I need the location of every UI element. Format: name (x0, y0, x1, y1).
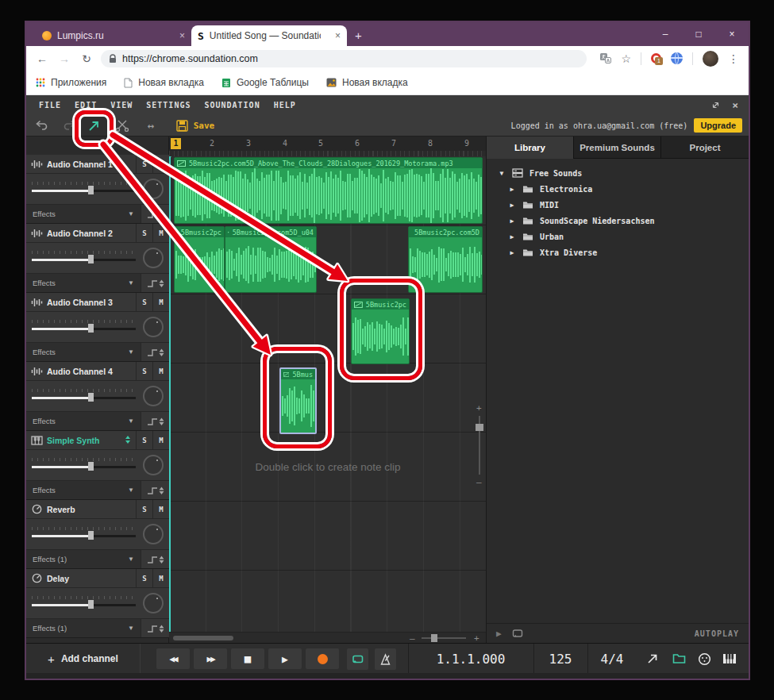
audio-clip[interactable]: 5Bmusic2pc.com5D (408, 226, 483, 293)
menu-view[interactable]: VIEW (110, 101, 133, 110)
effects-dropdown[interactable]: Effects▼ (26, 343, 141, 361)
zoom-out-icon[interactable]: – (476, 477, 482, 487)
effects-dropdown[interactable]: Effects▼ (26, 481, 141, 499)
mute-button[interactable]: M (152, 431, 169, 450)
address-input[interactable]: https://chrome.soundation.com (101, 50, 587, 67)
pan-knob[interactable] (143, 386, 164, 406)
menu-help[interactable]: HELP (274, 101, 296, 110)
window-minimize-button[interactable]: – (649, 22, 682, 46)
volume-slider[interactable] (32, 527, 136, 541)
volume-slider[interactable] (32, 389, 136, 403)
redo-button[interactable] (61, 115, 79, 136)
audio-clip[interactable]: 5Bmusic2pc.com5D_Above_The_Clouds_28Dial… (174, 157, 483, 224)
mute-button[interactable]: M (152, 224, 169, 243)
solo-button[interactable]: S (136, 500, 152, 519)
extension-icon[interactable]: 1 (651, 53, 661, 63)
track-row-6[interactable] (169, 502, 487, 571)
loop-button[interactable] (347, 648, 368, 670)
tree-collapsed-icon[interactable]: ▶ (508, 202, 516, 209)
app-close-icon[interactable]: × (732, 99, 739, 111)
tab-lumpics[interactable]: Lumpics.ru × (36, 25, 191, 46)
horizontal-scrollbar[interactable] (173, 636, 233, 640)
audio-clip-highlighted[interactable]: 5Bmusic2pc (351, 298, 410, 364)
tree-collapsed-icon[interactable]: ▶ (508, 186, 516, 193)
time-signature-display[interactable]: 4/4 (587, 644, 637, 674)
solo-button[interactable]: S (136, 431, 152, 450)
back-button[interactable]: ← (31, 52, 53, 65)
hzoom-in-icon[interactable]: + (474, 633, 479, 643)
upgrade-button[interactable]: Upgrade (694, 118, 742, 133)
track-row-4[interactable] (169, 363, 487, 433)
tree-item-urban[interactable]: ▶ Urban (487, 229, 749, 244)
vertical-zoom-control[interactable]: + – (475, 403, 484, 487)
track-lanes[interactable]: 5Bmusic2pc.com5D_Above_The_Clouds_28Dial… (169, 156, 487, 643)
bookmark-star-icon[interactable]: ☆ (621, 52, 631, 65)
mute-button[interactable]: M (152, 500, 169, 519)
add-channel-button[interactable]: + Add channel (26, 644, 141, 674)
automation-button[interactable] (141, 343, 169, 361)
volume-slider[interactable] (32, 596, 136, 610)
pan-knob[interactable] (143, 179, 164, 199)
automation-button[interactable] (141, 412, 169, 430)
globe-extension-icon[interactable] (671, 52, 683, 64)
tree-expanded-icon[interactable]: ▼ (498, 170, 506, 177)
window-maximize-button[interactable]: □ (682, 22, 715, 46)
tab-close-icon[interactable]: × (179, 30, 185, 41)
audio-clip[interactable]: 5Bmusic2pc.com5D_u04 (225, 226, 317, 293)
mute-button[interactable]: M (152, 155, 169, 174)
volume-slider[interactable] (32, 458, 136, 472)
translate-icon[interactable] (599, 52, 611, 64)
automation-button[interactable] (141, 550, 169, 568)
timeline-ruler[interactable]: 1 2 3 4 5 6 7 8 9 (169, 137, 487, 151)
tab-close-icon[interactable]: × (335, 30, 341, 41)
pan-knob[interactable] (143, 593, 164, 613)
hzoom-handle[interactable] (431, 634, 437, 642)
mute-button[interactable]: M (152, 569, 169, 588)
reload-button[interactable]: ↻ (75, 52, 98, 65)
mute-button[interactable]: M (152, 362, 169, 381)
effects-dropdown[interactable]: Effects▼ (26, 274, 141, 292)
volume-slider[interactable] (32, 182, 136, 196)
cut-tool-button[interactable] (112, 115, 133, 136)
virtual-keyboard-button[interactable] (721, 650, 738, 667)
tree-collapsed-icon[interactable]: ▶ (508, 217, 516, 225)
instrument-select-icon[interactable] (125, 433, 131, 448)
hzoom-out-icon[interactable]: – (410, 633, 415, 643)
effects-dropdown[interactable]: Effects▼ (26, 412, 141, 430)
position-display[interactable]: 1.1.1.000 (408, 644, 533, 674)
menu-settings[interactable]: SETTINGS (146, 101, 191, 110)
effects-dropdown[interactable]: Effects (1)▼ (26, 619, 141, 637)
play-button[interactable]: ▶ (268, 648, 302, 669)
preview-loop-icon[interactable] (511, 628, 524, 639)
track-row-3[interactable] (169, 294, 487, 363)
solo-button[interactable]: S (136, 362, 152, 381)
metronome-button[interactable] (375, 648, 396, 670)
menu-soundation[interactable]: SOUNDATION (204, 101, 260, 110)
tree-item-midi[interactable]: ▶ MIDI (487, 197, 749, 213)
audio-clip[interactable]: 5Bmusic2pc (174, 226, 225, 293)
pan-knob[interactable] (143, 455, 164, 475)
stop-button[interactable]: ■ (231, 648, 264, 669)
audio-clip-selected[interactable]: 5Bmus (279, 367, 317, 434)
select-tool-button[interactable] (79, 115, 108, 136)
record-button[interactable] (306, 648, 339, 669)
community-button[interactable] (695, 650, 713, 667)
bookmark-newtab2[interactable]: Новая вкладка (326, 77, 408, 88)
chrome-menu-icon[interactable]: ⋮ (728, 52, 739, 65)
tab-project[interactable]: Project (661, 137, 749, 159)
save-button[interactable]: Save (168, 115, 223, 136)
hzoom-track[interactable] (422, 637, 466, 639)
export-button[interactable] (644, 650, 661, 667)
tree-item-xtra-diverse[interactable]: ▶ Xtra Diverse (487, 244, 749, 260)
zoom-in-icon[interactable]: + (476, 403, 482, 413)
bookmark-apps[interactable]: Приложения (36, 77, 106, 88)
preview-play-icon[interactable]: ▶ (496, 629, 502, 639)
effects-dropdown[interactable]: Effects (1)▼ (26, 550, 141, 568)
pan-knob[interactable] (143, 248, 164, 268)
menu-file[interactable]: FILE (39, 101, 61, 110)
fullscreen-icon[interactable] (710, 100, 721, 110)
volume-slider[interactable] (32, 251, 136, 265)
effects-dropdown[interactable]: Effects▼ (26, 205, 141, 223)
tempo-display[interactable]: 125 (533, 644, 587, 674)
tree-root-free-sounds[interactable]: ▼ Free Sounds (487, 165, 749, 181)
